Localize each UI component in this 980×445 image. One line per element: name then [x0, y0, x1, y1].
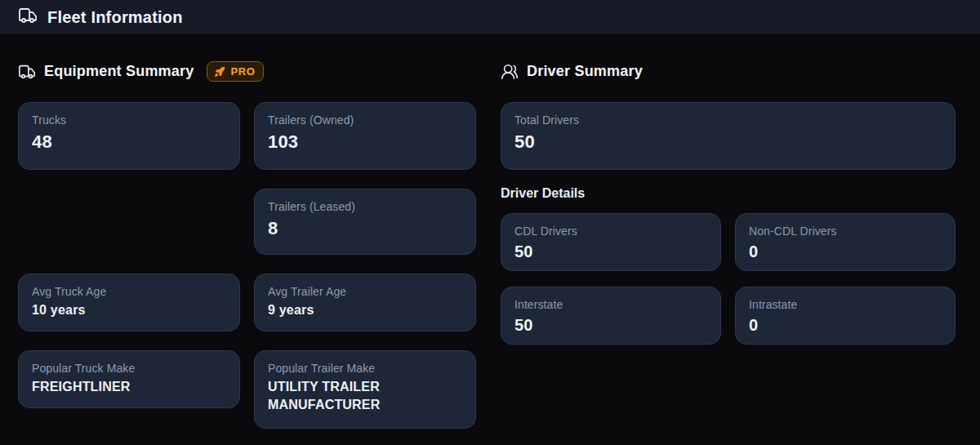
- stat-label: Popular Truck Make: [32, 362, 226, 375]
- card-avg-truck-age: Avg Truck Age 10 years: [18, 274, 240, 332]
- equipment-summary-header: Equipment Summary PRO: [18, 60, 476, 82]
- equipment-summary-section: Equipment Summary PRO Trucks 48 Trailers…: [18, 60, 476, 429]
- driver-summary-header: Driver Summary: [501, 60, 956, 82]
- stat-label: Non-CDL Drivers: [749, 225, 942, 238]
- stat-value: 50: [514, 314, 707, 336]
- stat-value: 9 years: [268, 301, 462, 319]
- stat-label: Popular Trailer Make: [268, 362, 462, 375]
- card-popular-truck-make: Popular Truck Make FREIGHTLINER: [18, 350, 240, 408]
- card-popular-trailer-make: Popular Trailer Make UTILITY TRAILER MAN…: [254, 350, 476, 429]
- driver-details-grid: CDL Drivers 50 Non-CDL Drivers 0 Interst…: [501, 213, 956, 345]
- stat-label: Trucks: [32, 113, 226, 127]
- card-avg-trailer-age: Avg Trailer Age 9 years: [254, 274, 476, 332]
- stat-label: CDL Drivers: [514, 225, 707, 238]
- card-trailers-leased: Trailers (Leased) 8: [254, 189, 476, 255]
- card-interstate: Interstate 50: [501, 287, 721, 345]
- stat-value: UTILITY TRAILER MANUFACTURER: [268, 378, 462, 413]
- stat-value: 8: [268, 216, 462, 241]
- card-trucks: Trucks 48: [18, 102, 240, 170]
- stat-value: 0: [749, 241, 942, 263]
- stat-value: 48: [32, 130, 226, 154]
- rocket-icon: [214, 66, 225, 78]
- stat-value: 50: [514, 241, 707, 263]
- stat-value: 50: [514, 130, 942, 154]
- card-non-cdl-drivers: Non-CDL Drivers 0: [735, 213, 956, 271]
- top-header-bar: Fleet Information: [0, 0, 980, 34]
- equipment-summary-title: Equipment Summary: [44, 63, 194, 80]
- stat-label: Total Drivers: [514, 113, 942, 127]
- driver-summary-title: Driver Summary: [527, 63, 643, 80]
- stat-label: Avg Truck Age: [32, 285, 226, 298]
- stat-label: Trailers (Leased): [268, 200, 462, 213]
- stat-label: Trailers (Owned): [268, 113, 462, 127]
- driver-summary-section: Driver Summary Total Drivers 50 Driver D…: [501, 60, 956, 429]
- stat-label: Avg Trailer Age: [268, 285, 462, 298]
- stat-label: Intrastate: [749, 298, 942, 311]
- card-intrastate: Intrastate 0: [735, 287, 956, 345]
- pro-badge-label: PRO: [230, 65, 255, 78]
- stat-value: 10 years: [32, 301, 226, 319]
- truck-icon: [18, 6, 38, 29]
- equipment-cards-grid: Trucks 48 Trailers (Owned) 103 Trailers …: [18, 102, 476, 429]
- driver-details-title: Driver Details: [501, 186, 956, 201]
- card-total-drivers: Total Drivers 50: [501, 102, 956, 170]
- card-cdl-drivers: CDL Drivers 50: [501, 213, 721, 271]
- content: Equipment Summary PRO Trucks 48 Trailers…: [0, 34, 980, 445]
- stat-label: Interstate: [514, 298, 707, 311]
- truck-icon: [18, 63, 36, 81]
- pro-badge[interactable]: PRO: [207, 61, 264, 82]
- page-title: Fleet Information: [47, 8, 183, 27]
- stat-value: 0: [749, 314, 942, 336]
- card-trailers-owned: Trailers (Owned) 103: [254, 102, 476, 170]
- users-icon: [501, 63, 519, 81]
- stat-value: FREIGHTLINER: [32, 378, 226, 396]
- stat-value: 103: [268, 130, 462, 154]
